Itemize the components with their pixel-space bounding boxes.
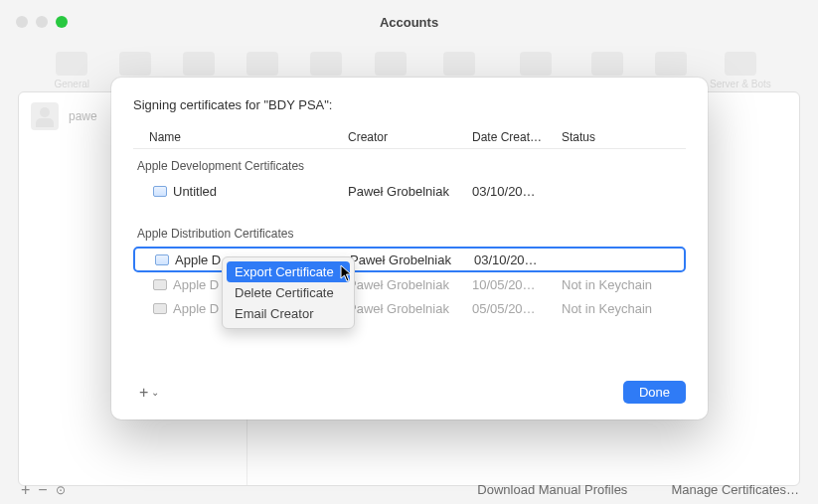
add-certificate-button[interactable]: + ⌄ xyxy=(133,382,165,404)
table-row[interactable]: Untitled Paweł Grobelniak 03/10/20… xyxy=(133,179,686,203)
done-button[interactable]: Done xyxy=(623,381,686,404)
col-status[interactable]: Status xyxy=(562,130,670,144)
table-row[interactable]: Apple D Paweł Grobelniak 03/10/20… xyxy=(133,247,686,272)
cert-name: Apple D xyxy=(173,277,219,292)
dev-section-label: Apple Development Certificates xyxy=(133,149,686,179)
download-profiles-button[interactable]: Download Manual Profiles xyxy=(477,482,627,497)
sidebar-controls: + − ⊙ xyxy=(21,481,66,499)
cert-creator: Paweł Grobelniak xyxy=(350,252,474,267)
table-row[interactable]: Apple D Paweł Grobelniak 05/05/20… Not i… xyxy=(133,296,686,320)
cert-date: 05/05/20… xyxy=(472,301,562,316)
cert-date: 03/10/20… xyxy=(472,184,562,199)
cert-creator: Paweł Grobelniak xyxy=(348,277,472,292)
cert-name: Apple D xyxy=(175,252,221,267)
certificate-icon xyxy=(155,254,169,265)
cert-date: 03/10/20… xyxy=(474,252,564,267)
certificate-icon xyxy=(153,186,167,197)
window-title: Accounts xyxy=(0,15,818,30)
cert-date: 10/05/20… xyxy=(472,277,562,292)
cert-status: Not in Keychain xyxy=(562,277,678,292)
col-date[interactable]: Date Creat… xyxy=(472,130,562,144)
menu-delete-certificate[interactable]: Delete Certificate xyxy=(227,282,350,303)
toolbar-general[interactable]: General xyxy=(47,52,96,89)
chevron-down-icon: ⌄ xyxy=(151,387,159,398)
cert-creator: Paweł Grobelniak xyxy=(348,301,472,316)
avatar xyxy=(31,102,59,130)
cert-status: Not in Keychain xyxy=(562,301,678,316)
sheet-title: Signing certificates for "BDY PSA": xyxy=(133,97,686,112)
add-account-button[interactable]: + xyxy=(21,481,30,499)
certificate-icon xyxy=(153,279,167,290)
sheet-footer: + ⌄ Done xyxy=(133,371,686,404)
col-name[interactable]: Name xyxy=(149,130,348,144)
context-menu: Export Certificate Delete Certificate Em… xyxy=(222,256,355,329)
menu-export-certificate[interactable]: Export Certificate xyxy=(227,261,350,282)
detail-footer: Download Manual Profiles Manage Certific… xyxy=(477,482,799,497)
table-row[interactable]: Apple D Paweł Grobelniak 10/05/20… Not i… xyxy=(133,272,686,296)
cert-name: Untitled xyxy=(173,184,217,199)
toolbar-server[interactable]: Server & Bots xyxy=(710,52,771,89)
titlebar: Accounts xyxy=(0,0,818,44)
account-name: pawe xyxy=(69,109,97,123)
col-creator[interactable]: Creator xyxy=(348,130,472,144)
remove-account-button[interactable]: − xyxy=(38,481,47,499)
main-window: Accounts General Accounts Behaviors Navi… xyxy=(0,0,818,504)
manage-certificates-button[interactable]: Manage Certificates… xyxy=(671,482,799,497)
account-options-button[interactable]: ⊙ xyxy=(56,483,66,497)
cert-creator: Paweł Grobelniak xyxy=(348,184,472,199)
menu-email-creator[interactable]: Email Creator xyxy=(227,303,350,324)
certificate-icon xyxy=(153,303,167,314)
table-header: Name Creator Date Creat… Status xyxy=(133,126,686,149)
dist-section-label: Apple Distribution Certificates xyxy=(133,217,686,247)
plus-icon: + xyxy=(139,384,148,402)
cert-name: Apple D xyxy=(173,301,219,316)
certificates-sheet: Signing certificates for "BDY PSA": Name… xyxy=(111,78,708,420)
